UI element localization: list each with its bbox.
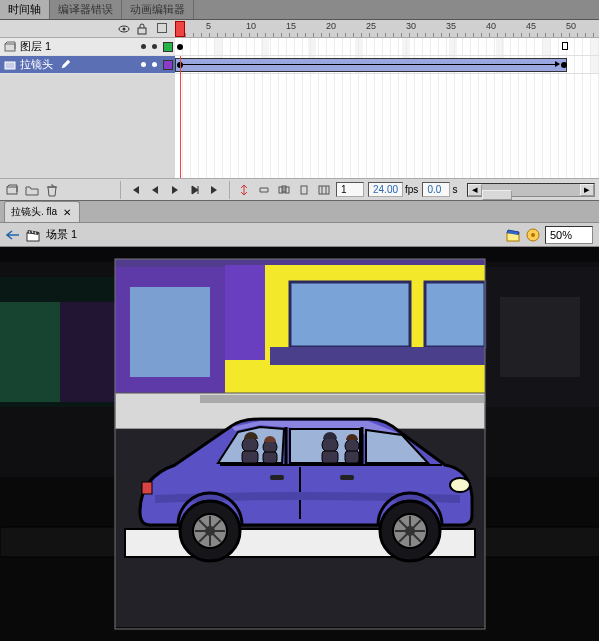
svg-rect-32 <box>130 287 210 377</box>
svg-rect-21 <box>500 297 580 377</box>
svg-rect-34 <box>200 395 485 403</box>
tween-arrow <box>183 64 559 65</box>
svg-rect-4 <box>5 62 15 69</box>
ruler-number: 40 <box>486 21 496 31</box>
edit-symbol-icon[interactable] <box>525 227 541 243</box>
svg-rect-28 <box>290 282 410 347</box>
current-frame-field[interactable]: 1 <box>336 182 364 197</box>
motion-tween-span[interactable] <box>175 58 567 72</box>
keyframe[interactable] <box>561 62 567 68</box>
keyframe[interactable] <box>177 44 183 50</box>
end-frame-marker[interactable] <box>562 42 568 50</box>
ruler-number: 5 <box>206 21 211 31</box>
ruler-number: 10 <box>246 21 256 31</box>
layer-row[interactable]: 拉镜头 <box>0 56 599 74</box>
layer-name: 拉镜头 <box>20 57 53 72</box>
document-tab-bar: 拉镜头. fla ✕ <box>0 201 599 223</box>
layer-name: 图层 1 <box>20 39 51 54</box>
time-field[interactable]: 0.0 <box>422 182 450 197</box>
svg-rect-27 <box>225 265 265 360</box>
svg-rect-3 <box>5 44 15 51</box>
tab-motion-editor[interactable]: 动画编辑器 <box>122 0 194 19</box>
svg-rect-29 <box>425 282 485 347</box>
scroll-right-button[interactable]: ▸ <box>580 184 594 196</box>
goto-first-button[interactable] <box>127 182 143 198</box>
scene-clapper-icon <box>26 228 40 242</box>
layer-color-swatch[interactable] <box>163 60 173 70</box>
time-label: s <box>452 184 457 195</box>
ruler-number: 50 <box>566 21 576 31</box>
back-arrow-button[interactable] <box>6 229 20 241</box>
svg-point-41 <box>450 478 470 492</box>
edit-bar: 场景 1 <box>0 223 599 247</box>
goto-last-button[interactable] <box>207 182 223 198</box>
timeline-footer: 1 24.00 fps 0.0 s ◂ ▸ <box>0 178 599 200</box>
lock-dot[interactable] <box>152 44 157 49</box>
playhead[interactable] <box>175 21 185 37</box>
step-back-button[interactable] <box>147 182 163 198</box>
edit-multiple-frames-button[interactable] <box>316 182 332 198</box>
svg-rect-2 <box>138 28 146 34</box>
frames-empty-area <box>175 74 599 178</box>
ruler-number: 35 <box>446 21 456 31</box>
stage-area[interactable] <box>0 247 599 641</box>
scroll-thumb[interactable] <box>482 190 511 200</box>
center-frame-button[interactable] <box>236 182 252 198</box>
svg-point-1 <box>123 27 126 30</box>
svg-rect-5 <box>7 187 17 194</box>
lock-icon[interactable] <box>136 23 148 35</box>
layers-empty-area <box>0 74 175 178</box>
play-button[interactable] <box>167 182 183 198</box>
svg-rect-43 <box>270 475 284 480</box>
visibility-dot[interactable] <box>141 62 146 67</box>
fps-field[interactable]: 24.00 <box>368 182 403 197</box>
timeline-panel: 15101520253035404550 图层 1 <box>0 20 599 201</box>
svg-rect-9 <box>301 186 307 194</box>
fps-label: fps <box>405 184 418 195</box>
svg-rect-52 <box>345 451 359 463</box>
panel-tab-bar: 时间轴 编译器错误 动画编辑器 <box>0 0 599 20</box>
step-forward-button[interactable] <box>187 182 203 198</box>
edit-scene-icon[interactable] <box>505 227 521 243</box>
layer-color-swatch[interactable] <box>163 42 173 52</box>
svg-rect-10 <box>319 186 329 194</box>
timeline-hscroll[interactable]: ◂ ▸ <box>467 183 595 197</box>
outline-toggle-icon[interactable] <box>157 23 167 33</box>
svg-rect-30 <box>270 347 485 365</box>
layers-area: 图层 1 拉镜头 <box>0 38 599 178</box>
svg-rect-48 <box>263 452 277 463</box>
onion-skin-button[interactable] <box>276 182 292 198</box>
new-layer-button[interactable] <box>4 182 20 198</box>
frame-track[interactable] <box>175 56 599 73</box>
close-tab-button[interactable]: ✕ <box>61 207 73 218</box>
svg-rect-50 <box>322 451 338 463</box>
zoom-field[interactable] <box>545 226 593 244</box>
new-folder-button[interactable] <box>24 182 40 198</box>
svg-point-14 <box>531 233 535 237</box>
lock-dot[interactable] <box>152 62 157 67</box>
layer-normal-icon <box>4 59 16 71</box>
document-tab[interactable]: 拉镜头. fla ✕ <box>4 201 80 222</box>
pencil-icon <box>61 59 73 71</box>
loop-button[interactable] <box>256 182 272 198</box>
layer-normal-icon <box>4 41 16 53</box>
frame-track[interactable] <box>175 38 599 55</box>
scene-label[interactable]: 场景 1 <box>46 227 77 242</box>
visibility-dot[interactable] <box>141 44 146 49</box>
ruler-number: 25 <box>366 21 376 31</box>
tab-timeline[interactable]: 时间轴 <box>0 0 50 19</box>
svg-rect-18 <box>0 302 60 402</box>
frame-ruler[interactable]: 15101520253035404550 <box>175 20 599 37</box>
onion-skin-outlines-button[interactable] <box>296 182 312 198</box>
svg-rect-23 <box>0 527 115 557</box>
svg-rect-46 <box>242 451 258 463</box>
ruler-number: 30 <box>406 21 416 31</box>
delete-layer-button[interactable] <box>44 182 60 198</box>
layer-row[interactable]: 图层 1 <box>0 38 599 56</box>
svg-rect-44 <box>340 475 354 480</box>
timeline-header: 15101520253035404550 <box>0 20 599 38</box>
tab-compiler-errors[interactable]: 编译器错误 <box>50 0 122 19</box>
eye-icon[interactable] <box>118 23 130 35</box>
svg-rect-19 <box>60 302 115 402</box>
scroll-left-button[interactable]: ◂ <box>468 184 482 196</box>
